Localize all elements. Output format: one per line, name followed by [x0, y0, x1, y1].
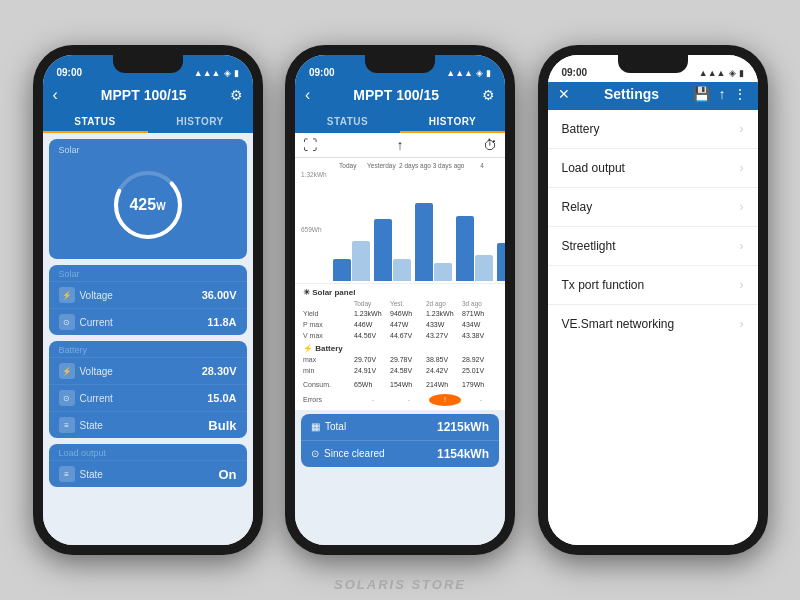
- pmax-1: 447W: [390, 320, 425, 330]
- settings-relay-label: Relay: [562, 200, 593, 214]
- error-0: -: [357, 396, 389, 403]
- settings-item-vesmart[interactable]: VE.Smart networking ›: [548, 305, 758, 343]
- chevron-vesmart: ›: [740, 317, 744, 331]
- chart-label-1: Yesterday: [365, 162, 399, 169]
- battery-data-group: Battery ⚡ Voltage 28.30V ⊙ Current: [49, 341, 247, 438]
- yield-1: 946Wh: [390, 309, 425, 319]
- battery-stats-grid: max 29.70V 29.78V 38.85V 28.92V min 24.9…: [303, 355, 497, 376]
- batt-min-label: min: [303, 366, 353, 376]
- chart-label-4: 4: [465, 162, 499, 169]
- batt-min-2: 24.42V: [426, 366, 461, 376]
- gauge-value: 425W: [129, 196, 165, 214]
- back-button-2[interactable]: ‹: [305, 86, 310, 104]
- history-toolbar: ⛶ ↑ ⏱: [295, 133, 505, 158]
- error-1: -: [393, 396, 425, 403]
- battery-state-row: ≡ State Bulk: [49, 411, 247, 438]
- tab-history-2[interactable]: HISTORY: [400, 110, 505, 133]
- state-icon-b: ≡: [59, 417, 75, 433]
- clock-icon[interactable]: ⏱: [483, 137, 497, 153]
- error-indicator: !: [429, 394, 461, 406]
- col-2d: 2d ago: [426, 299, 461, 308]
- settings-item-tx[interactable]: Tx port function ›: [548, 266, 758, 305]
- battery-current-value: 15.0A: [207, 392, 236, 404]
- vmax-1: 44.67V: [390, 331, 425, 341]
- bar-light-1: [393, 259, 411, 281]
- col-yesterday: Yest.: [390, 299, 425, 308]
- phone-status: 09:00 ▲▲▲ ◈ ▮ ‹ MPPT 100/15 ⚙ STATUS HIS…: [33, 45, 263, 555]
- battery-icon-2: ▮: [486, 68, 491, 78]
- settings-header: ✕ Settings 💾 ↑ ⋮: [548, 82, 758, 110]
- load-state-value: On: [218, 467, 236, 482]
- bar-dark-2: [415, 203, 433, 281]
- bar-group-4: [495, 171, 505, 281]
- battery-group-label: Battery: [49, 341, 247, 357]
- errors-label: Errors: [303, 396, 353, 403]
- page-wrapper: 09:00 ▲▲▲ ◈ ▮ ‹ MPPT 100/15 ⚙ STATUS HIS…: [0, 0, 800, 600]
- col-3d: 3d ago: [462, 299, 497, 308]
- solar-panel-title: ☀ Solar panel: [303, 288, 497, 297]
- settings-item-battery[interactable]: Battery ›: [548, 110, 758, 149]
- y-labels: 1.32kWh 659Wh: [301, 171, 327, 281]
- settings-tx-label: Tx port function: [562, 278, 645, 292]
- error-3: -: [465, 396, 497, 403]
- bar-dark-4: [497, 243, 505, 281]
- close-button[interactable]: ✕: [558, 86, 570, 102]
- battery-voltage-label: Voltage: [80, 366, 113, 377]
- expand-icon[interactable]: ⛶: [303, 137, 317, 153]
- tabs-1: STATUS HISTORY: [43, 110, 253, 133]
- batt-min-3: 25.01V: [462, 366, 497, 376]
- status-icons-1: ▲▲▲ ◈ ▮: [194, 68, 239, 78]
- phone-settings: 09:00 ▲▲▲ ◈ ▮ ✕ Settings 💾 ↑ ⋮: [538, 45, 768, 555]
- settings-battery-label: Battery: [562, 122, 600, 136]
- share-icon[interactable]: ↑: [397, 137, 404, 153]
- pmax-label: P max: [303, 320, 353, 330]
- solar-current-label: Current: [80, 317, 113, 328]
- time-1: 09:00: [57, 67, 83, 78]
- bar-dark-1: [374, 219, 392, 281]
- solar-data-group: Solar ⚡ Voltage 36.00V ⊙ Current 11: [49, 265, 247, 335]
- bar-group-1: [372, 171, 413, 281]
- app-header-2: ‹ MPPT 100/15 ⚙: [295, 82, 505, 110]
- battery-icon: ▮: [234, 68, 239, 78]
- wifi-icon: ◈: [224, 68, 231, 78]
- batt-min-1: 24.58V: [390, 366, 425, 376]
- chevron-relay: ›: [740, 200, 744, 214]
- status-content: Solar 425W: [43, 133, 253, 545]
- solar-voltage-label: Voltage: [80, 290, 113, 301]
- more-icon[interactable]: ⋮: [733, 86, 747, 102]
- col-today: Today: [354, 299, 389, 308]
- settings-vesmart-label: VE.Smart networking: [562, 317, 675, 331]
- save-icon[interactable]: 💾: [693, 86, 710, 102]
- consum-0: 65Wh: [354, 380, 389, 390]
- status-bar-3: 09:00 ▲▲▲ ◈ ▮: [548, 55, 758, 82]
- solar-voltage-value: 36.00V: [202, 289, 237, 301]
- voltage-icon-s: ⚡: [59, 287, 75, 303]
- batt-min-0: 24.91V: [354, 366, 389, 376]
- consum-label: Consum.: [303, 380, 353, 390]
- solar-current-row: ⊙ Current 11.8A: [49, 308, 247, 335]
- tab-status-2[interactable]: STATUS: [295, 110, 400, 133]
- chevron-load: ›: [740, 161, 744, 175]
- tab-status-1[interactable]: STATUS: [43, 110, 148, 133]
- batt-max-3: 28.92V: [462, 355, 497, 365]
- settings-item-load[interactable]: Load output ›: [548, 149, 758, 188]
- settings-action-icons: 💾 ↑ ⋮: [693, 86, 747, 102]
- battery-current-row: ⊙ Current 15.0A: [49, 384, 247, 411]
- solar-label: Solar: [59, 145, 237, 155]
- time-2: 09:00: [309, 67, 335, 78]
- settings-icon-1[interactable]: ⚙: [230, 87, 243, 103]
- back-button-1[interactable]: ‹: [53, 86, 58, 104]
- chart-label-0: Today: [331, 162, 365, 169]
- tab-history-1[interactable]: HISTORY: [148, 110, 253, 133]
- settings-list: Battery › Load output › Relay › Streetli…: [548, 110, 758, 545]
- power-gauge: 425W: [108, 165, 188, 245]
- share-icon-3[interactable]: ↑: [718, 86, 725, 102]
- battery-icon-3: ▮: [739, 68, 744, 78]
- settings-item-streetlight[interactable]: Streetlight ›: [548, 227, 758, 266]
- total-value-0: 1215kWh: [437, 420, 489, 434]
- settings-icon-2[interactable]: ⚙: [482, 87, 495, 103]
- total-icon-0: ▦: [311, 421, 320, 432]
- settings-item-relay[interactable]: Relay ›: [548, 188, 758, 227]
- bar-group-2: [413, 171, 454, 281]
- chevron-tx: ›: [740, 278, 744, 292]
